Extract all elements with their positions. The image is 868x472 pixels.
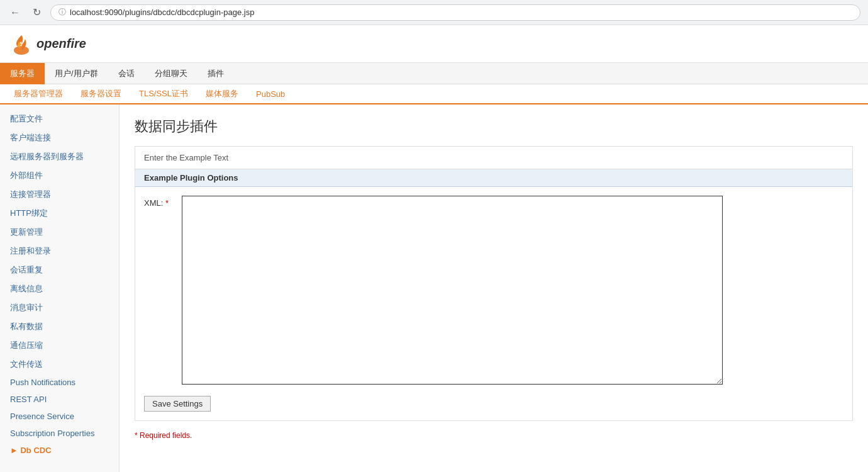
required-marker: *	[165, 198, 169, 208]
sidebar-item-conn-mgr[interactable]: 连接管理器	[0, 185, 119, 204]
url-bar[interactable]: ⓘ localhost:9090/plugins/dbcdc/dbcdcplug…	[50, 4, 860, 21]
required-note: * Required fields.	[135, 431, 853, 440]
sidebar-item-http[interactable]: HTTP绑定	[0, 204, 119, 223]
sidebar-item-private-data[interactable]: 私有数据	[0, 317, 119, 336]
nav-item-users[interactable]: 用户/用户群	[45, 63, 108, 84]
app-header: openfire	[0, 25, 868, 63]
plugin-hint: Enter the Example Text	[135, 147, 852, 169]
sidebar-item-update[interactable]: 更新管理	[0, 223, 119, 242]
url-text: localhost:9090/plugins/dbcdc/dbcdcplugin…	[70, 8, 254, 17]
sidebar-item-offline[interactable]: 离线信息	[0, 279, 119, 298]
primary-nav: 服务器 用户/用户群 会话 分组聊天 插件	[0, 63, 868, 84]
secondary-nav-admin[interactable]: 服务器管理器	[5, 84, 72, 104]
sidebar-item-db-cdc[interactable]: ► Db CDC	[0, 442, 119, 459]
nav-item-groupchat[interactable]: 分组聊天	[145, 63, 198, 84]
plugin-container: Enter the Example Text Example Plugin Op…	[135, 146, 853, 421]
secondary-nav: 服务器管理器 服务器设置 TLS/SSL证书 媒体服务 PubSub	[0, 84, 868, 104]
secondary-nav-media[interactable]: 媒体服务	[197, 84, 247, 104]
nav-item-server[interactable]: 服务器	[0, 63, 45, 84]
secondary-nav-tls[interactable]: TLS/SSL证书	[130, 84, 197, 104]
sidebar-item-presence-service[interactable]: Presence Service	[0, 408, 119, 425]
sidebar-item-config[interactable]: 配置文件	[0, 110, 119, 128]
lock-icon: ⓘ	[58, 7, 66, 18]
secondary-nav-pubsub[interactable]: PubSub	[247, 84, 294, 104]
plugin-section-header: Example Plugin Options	[135, 169, 852, 187]
nav-item-sessions[interactable]: 会话	[108, 63, 145, 84]
sidebar-item-register[interactable]: 注册和登录	[0, 242, 119, 261]
plugin-form: XML: * Save Settings	[135, 187, 852, 420]
sidebar: 配置文件 客户端连接 远程服务器到服务器 外部组件 连接管理器 HTTP绑定 更…	[0, 104, 120, 472]
sidebar-item-remote-srv[interactable]: 远程服务器到服务器	[0, 147, 119, 166]
back-button[interactable]: ←	[8, 5, 23, 20]
sidebar-item-compression[interactable]: 通信压缩	[0, 336, 119, 355]
sidebar-item-external-comp[interactable]: 外部组件	[0, 166, 119, 185]
sidebar-item-file-transfer[interactable]: 文件传送	[0, 355, 119, 374]
content-area: 数据同步插件 Enter the Example Text Example Pl…	[120, 104, 868, 472]
main-layout: 配置文件 客户端连接 远程服务器到服务器 外部组件 连接管理器 HTTP绑定 更…	[0, 104, 868, 472]
logo-icon	[10, 33, 33, 55]
xml-label: XML: *	[144, 196, 182, 208]
save-settings-button[interactable]: Save Settings	[144, 396, 211, 412]
nav-item-plugins[interactable]: 插件	[198, 63, 234, 84]
secondary-nav-settings[interactable]: 服务器设置	[72, 84, 130, 104]
sidebar-item-subscription-properties[interactable]: Subscription Properties	[0, 425, 119, 442]
browser-chrome: ← ↻ ⓘ localhost:9090/plugins/dbcdc/dbcdc…	[0, 0, 868, 25]
logo-text: openfire	[36, 37, 86, 51]
sidebar-item-push-notifications[interactable]: Push Notifications	[0, 374, 119, 391]
sidebar-arrow-icon: ►	[10, 446, 20, 455]
sidebar-item-msg-audit[interactable]: 消息审计	[0, 298, 119, 317]
reload-button[interactable]: ↻	[29, 5, 44, 20]
sidebar-item-session-dup[interactable]: 会话重复	[0, 261, 119, 279]
logo-container: openfire	[10, 33, 86, 55]
sidebar-item-rest-api[interactable]: REST API	[0, 391, 119, 408]
xml-textarea[interactable]	[182, 196, 723, 385]
xml-form-row: XML: *	[144, 196, 843, 385]
sidebar-item-client-conn[interactable]: 客户端连接	[0, 128, 119, 147]
page-title: 数据同步插件	[135, 117, 853, 136]
